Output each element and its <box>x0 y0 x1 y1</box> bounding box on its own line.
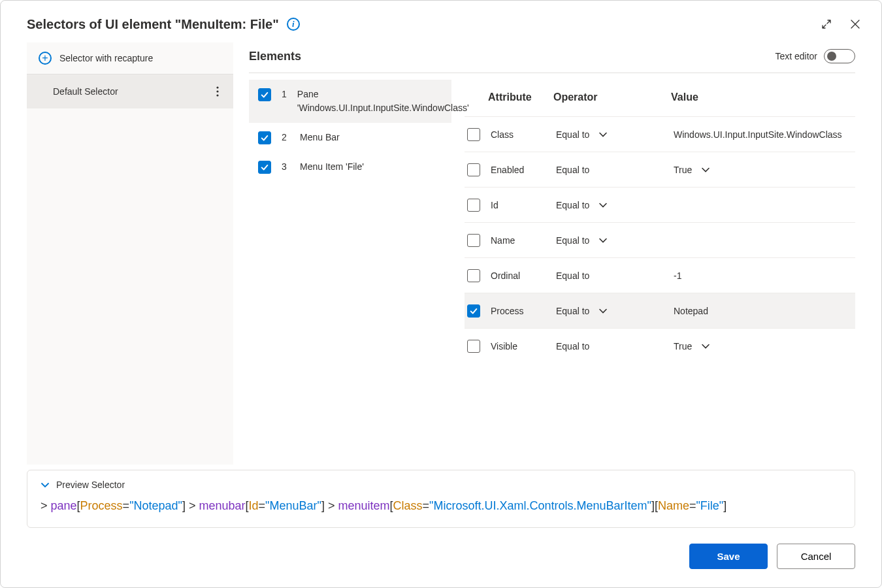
attribute-operator[interactable]: Equal to <box>556 200 674 210</box>
attribute-name: Name <box>491 235 556 246</box>
attribute-row[interactable]: ClassEqual toWindows.UI.Input.InputSite.… <box>465 116 855 152</box>
attribute-value[interactable]: True <box>674 165 855 175</box>
element-row[interactable]: 1Pane 'Windows.UI.Input.InputSite.Window… <box>249 80 451 123</box>
attribute-value[interactable]: Windows.UI.Input.InputSite.WindowClass <box>674 129 855 140</box>
element-checkbox[interactable] <box>258 131 271 144</box>
attribute-operator[interactable]: Equal to <box>556 341 674 351</box>
add-icon: + <box>39 52 52 65</box>
text-editor-toggle[interactable] <box>824 49 855 63</box>
expand-icon[interactable] <box>816 14 837 35</box>
attribute-checkbox[interactable] <box>467 128 480 141</box>
attribute-operator[interactable]: Equal to <box>556 235 674 246</box>
column-value: Value <box>671 91 855 103</box>
recapture-label: Selector with recapture <box>59 53 153 63</box>
attribute-operator[interactable]: Equal to <box>556 270 674 281</box>
element-row[interactable]: 2Menu Bar <box>249 123 451 152</box>
attribute-operator[interactable]: Equal to <box>556 129 674 140</box>
attribute-name: Class <box>491 129 556 140</box>
close-icon[interactable] <box>845 14 866 35</box>
attribute-row[interactable]: VisibleEqual toTrue <box>465 328 855 363</box>
column-attribute: Attribute <box>488 91 553 103</box>
element-row[interactable]: 3Menu Item 'File' <box>249 152 451 182</box>
preview-heading: Preview Selector <box>56 480 125 490</box>
attribute-name: Enabled <box>491 165 556 175</box>
element-index: 1 <box>282 88 287 99</box>
selector-item-default[interactable]: Default Selector <box>27 74 233 108</box>
element-label: Menu Bar <box>300 131 442 144</box>
elements-heading: Elements <box>249 50 301 63</box>
cancel-button[interactable]: Cancel <box>777 544 855 569</box>
attribute-checkbox[interactable] <box>467 199 480 212</box>
elements-list: 1Pane 'Windows.UI.Input.InputSite.Window… <box>249 73 451 465</box>
attribute-checkbox[interactable] <box>467 304 480 318</box>
text-editor-label: Text editor <box>775 51 817 61</box>
attribute-row[interactable]: IdEqual to <box>465 187 855 222</box>
info-icon[interactable]: i <box>287 18 300 31</box>
attribute-value[interactable]: True <box>674 341 855 351</box>
attribute-checkbox[interactable] <box>467 340 480 353</box>
attribute-name: Process <box>491 306 556 316</box>
selector-builder-dialog: Selectors of UI element "MenuItem: File"… <box>0 0 882 588</box>
element-checkbox[interactable] <box>258 161 271 174</box>
attribute-value[interactable]: -1 <box>674 270 855 281</box>
element-label: Menu Item 'File' <box>300 160 442 174</box>
svg-point-0 <box>216 86 218 88</box>
svg-point-1 <box>216 90 218 92</box>
element-index: 2 <box>282 131 289 142</box>
element-label: Pane 'Windows.UI.Input.InputSite.WindowC… <box>297 88 469 115</box>
attribute-checkbox[interactable] <box>467 234 480 247</box>
attribute-row[interactable]: NameEqual to <box>465 222 855 257</box>
attribute-operator[interactable]: Equal to <box>556 165 674 175</box>
attribute-row[interactable]: ProcessEqual toNotepad <box>465 293 855 328</box>
element-index: 3 <box>282 160 289 172</box>
attribute-name: Id <box>491 200 556 210</box>
preview-selector-panel: Preview Selector > pane[Process="Notepad… <box>27 470 855 528</box>
attribute-row[interactable]: OrdinalEqual to-1 <box>465 257 855 293</box>
dialog-header: Selectors of UI element "MenuItem: File"… <box>1 1 881 42</box>
selector-with-recapture-button[interactable]: + Selector with recapture <box>27 42 233 74</box>
attribute-name: Ordinal <box>491 270 556 281</box>
attribute-checkbox[interactable] <box>467 269 480 282</box>
svg-point-2 <box>216 94 218 96</box>
more-icon[interactable] <box>210 84 225 99</box>
column-operator: Operator <box>553 91 671 103</box>
selector-item-label: Default Selector <box>53 86 118 97</box>
selectors-sidebar: + Selector with recapture Default Select… <box>27 42 233 465</box>
preview-selector-text: > pane[Process="Notepad"] > menubar[Id="… <box>41 497 841 515</box>
attribute-name: Visible <box>491 341 556 351</box>
attribute-row[interactable]: EnabledEqual toTrue <box>465 152 855 187</box>
attribute-operator[interactable]: Equal to <box>556 306 674 316</box>
preview-toggle[interactable]: Preview Selector <box>41 480 841 490</box>
attribute-checkbox[interactable] <box>467 163 480 176</box>
element-checkbox[interactable] <box>258 88 271 101</box>
save-button[interactable]: Save <box>689 544 768 569</box>
attribute-value[interactable]: Notepad <box>674 306 855 316</box>
dialog-title: Selectors of UI element "MenuItem: File" <box>27 17 279 32</box>
attributes-panel: Attribute Operator Value ClassEqual toWi… <box>451 73 855 465</box>
